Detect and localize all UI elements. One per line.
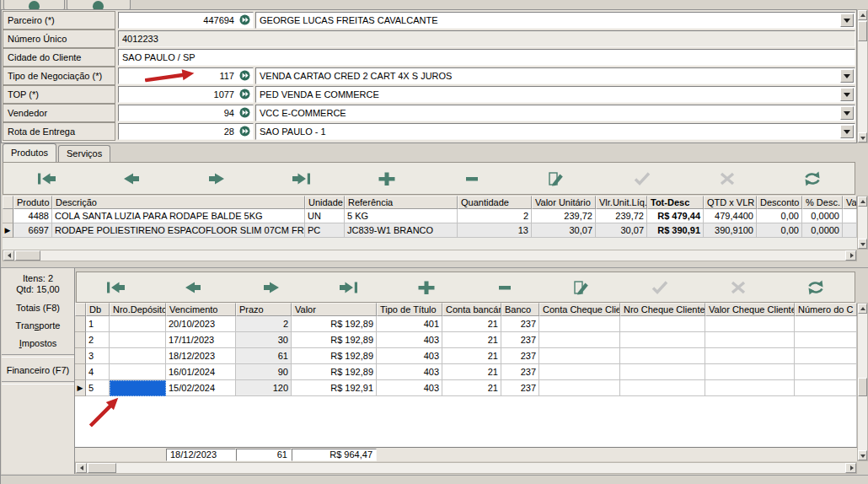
scroll-left-button[interactable]	[76, 463, 87, 473]
table-row[interactable]: 416/01/202490R$ 192,8940321237	[75, 364, 857, 380]
financial-confirm-record-button[interactable]	[646, 277, 673, 298]
column-header[interactable]: Valor Cheque Cliente	[705, 303, 795, 316]
scroll-thumb[interactable]	[858, 21, 867, 41]
table-cell[interactable]: 403	[377, 364, 442, 380]
table-cell[interactable]	[110, 316, 166, 332]
table-cell[interactable]	[110, 348, 166, 364]
table-cell[interactable]: 239,72	[532, 209, 596, 223]
table-cell[interactable]: 30,07	[596, 223, 647, 238]
table-cell[interactable]: 17/11/2023	[166, 332, 236, 348]
column-header[interactable]: % Desc.	[802, 196, 843, 209]
table-cell[interactable]: 90	[236, 364, 292, 380]
scroll-right-button[interactable]	[845, 250, 856, 261]
table-cell[interactable]: 2	[236, 316, 292, 332]
column-header[interactable]: Referência	[345, 196, 458, 209]
table-cell[interactable]: 0,0000	[802, 209, 843, 223]
column-header[interactable]: Número do C	[795, 303, 857, 316]
table-cell[interactable]: R$ 192,89	[292, 364, 377, 380]
cidade-do-cliente-field[interactable]: SAO PAULO / SP	[118, 49, 855, 66]
products-edit-record-button[interactable]	[544, 168, 571, 190]
column-header[interactable]: Nro.Depósito	[110, 303, 166, 316]
table-cell[interactable]	[539, 348, 620, 364]
column-header[interactable]: Db	[86, 303, 110, 316]
products-insert-record-button[interactable]	[373, 168, 400, 190]
table-cell[interactable]: 1	[86, 316, 110, 332]
table-cell[interactable]	[705, 316, 795, 332]
parceiro-code-field[interactable]: 447694	[118, 12, 254, 29]
rota-de-entrega-description-field[interactable]: SAO PAULO - 1	[255, 123, 855, 140]
sidebar-item-financeiro[interactable]: Financeiro (F7)	[2, 365, 74, 375]
financial-cancel-record-button[interactable]	[725, 277, 752, 298]
table-row[interactable]: 318/12/202361R$ 192,8940321237	[75, 348, 857, 364]
table-cell[interactable]: 21	[442, 332, 501, 348]
table-cell[interactable]: 2	[86, 332, 110, 348]
table-row[interactable]: 120/10/20232R$ 192,8940121237	[75, 316, 857, 332]
dropdown-button[interactable]	[840, 88, 854, 101]
tab-servicos[interactable]: Serviços	[58, 145, 110, 162]
column-header[interactable]: Valor Unitário	[532, 196, 596, 209]
table-cell[interactable]	[795, 316, 857, 332]
products-next-record-button[interactable]	[203, 168, 230, 190]
financial-edit-record-button[interactable]	[569, 277, 596, 298]
table-cell[interactable]: 237	[501, 364, 539, 380]
column-header[interactable]: Nro Cheque Cliente	[620, 303, 705, 316]
financial-delete-record-button[interactable]	[491, 277, 518, 298]
table-cell[interactable]: 2	[458, 209, 532, 223]
table-cell[interactable]: 237	[501, 348, 539, 364]
products-previous-record-button[interactable]	[118, 168, 145, 190]
column-header[interactable]	[75, 303, 86, 316]
column-header[interactable]: Vlr.Unit.Líq.	[596, 196, 647, 209]
table-row[interactable]: ▶515/02/2024120R$ 192,9140321237	[75, 380, 857, 396]
table-cell[interactable]: R$ 192,89	[292, 332, 377, 348]
dropdown-button[interactable]	[840, 69, 854, 83]
table-cell[interactable]: 0,00	[757, 223, 802, 238]
rota-de-entrega-code-field[interactable]: 28	[118, 123, 254, 140]
column-header[interactable]: Desconto	[757, 196, 802, 209]
column-header[interactable]: Va	[843, 196, 857, 209]
table-cell[interactable]: 21	[442, 316, 501, 332]
top-description-field[interactable]: PED VENDA E COMMERCE	[255, 86, 855, 103]
scroll-thumb[interactable]	[858, 378, 867, 396]
scroll-thumb[interactable]	[88, 463, 116, 473]
table-cell[interactable]: 401	[377, 316, 442, 332]
products-first-record-button[interactable]	[33, 168, 60, 190]
table-cell[interactable]: PC	[305, 223, 345, 238]
table-cell[interactable]: 13	[458, 223, 532, 238]
column-header[interactable]: Quantidade	[458, 196, 532, 209]
column-header[interactable]: QTD x VLR	[704, 196, 757, 209]
lookup-icon[interactable]	[239, 14, 250, 25]
scroll-down-button[interactable]	[858, 132, 867, 143]
table-cell[interactable]	[843, 223, 857, 238]
numero-unico-field[interactable]: 4012233	[118, 30, 855, 47]
table-cell[interactable]: 21	[442, 348, 501, 364]
table-cell[interactable]: 237	[501, 380, 539, 396]
table-cell[interactable]: UN	[305, 209, 345, 223]
table-cell[interactable]: 390,9100	[704, 223, 757, 238]
table-cell[interactable]: 61	[236, 348, 292, 364]
table-cell[interactable]: 237	[501, 316, 539, 332]
sidebar-item-totais[interactable]: Totais (F8)	[2, 303, 74, 313]
table-cell[interactable]	[110, 332, 166, 348]
table-cell[interactable]: 6697	[13, 223, 52, 238]
products-refresh-records-button[interactable]	[799, 168, 826, 190]
sidebar-item-impostos[interactable]: Impostos	[2, 338, 74, 348]
financial-refresh-records-button[interactable]	[802, 277, 829, 298]
top-code-field[interactable]: 1077	[118, 86, 254, 103]
table-cell[interactable]: 21	[442, 380, 501, 396]
table-cell[interactable]: 3	[86, 348, 110, 364]
column-header[interactable]: Tipo de Título	[377, 303, 442, 316]
table-cell[interactable]: R$ 390,91	[647, 223, 704, 238]
products-last-record-button[interactable]	[288, 168, 315, 190]
tipo-de-negociacao-description-field[interactable]: VENDA CARTAO CRED 2 CART 4X S JUROS	[255, 67, 855, 84]
scroll-thumb[interactable]	[15, 250, 40, 261]
column-header[interactable]: Unidade	[305, 196, 345, 209]
table-cell[interactable]	[795, 380, 857, 396]
table-cell[interactable]: 403	[377, 348, 442, 364]
table-cell[interactable]	[620, 348, 705, 364]
table-cell[interactable]	[110, 364, 166, 380]
table-cell[interactable]	[539, 316, 620, 332]
table-cell[interactable]	[620, 316, 705, 332]
column-header[interactable]: Vencimento	[166, 303, 236, 316]
lookup-icon[interactable]	[239, 70, 250, 81]
scroll-down-button[interactable]	[858, 239, 867, 249]
